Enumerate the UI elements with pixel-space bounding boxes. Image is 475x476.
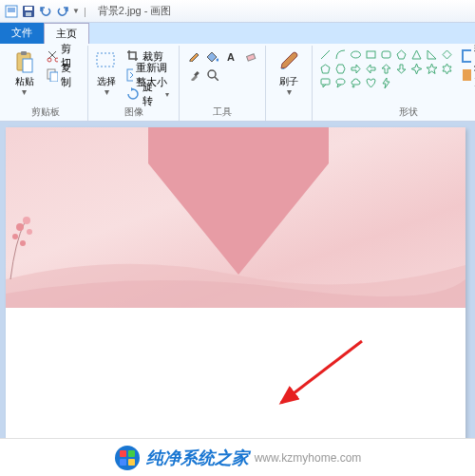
svg-rect-22 — [321, 79, 330, 85]
svg-rect-38 — [128, 450, 135, 457]
outline-button[interactable]: 轮廓▾ — [458, 48, 475, 65]
cut-icon — [47, 49, 58, 63]
shape-oval[interactable] — [349, 48, 363, 61]
svg-rect-20 — [367, 51, 375, 58]
canvas[interactable] — [6, 127, 466, 460]
shape-diamond[interactable] — [440, 48, 454, 61]
svg-point-24 — [352, 86, 354, 87]
shape-callout-cloud[interactable] — [349, 76, 363, 89]
svg-point-23 — [336, 79, 345, 85]
watermark-url: www.kzmyhome.com — [255, 451, 362, 465]
svg-rect-6 — [21, 51, 27, 55]
watermark-logo-icon — [114, 445, 141, 471]
quick-access-toolbar: ▼ — [4, 4, 80, 19]
svg-point-32 — [12, 234, 18, 239]
text-tool[interactable]: A — [223, 48, 240, 65]
shape-pentagon[interactable] — [318, 62, 332, 75]
pencil-tool[interactable] — [185, 48, 202, 65]
rotate-button[interactable]: 旋转▾ — [123, 86, 173, 103]
watermark: 纯净系统之家 www.kzmyhome.com — [0, 438, 475, 476]
select-button[interactable]: 选择▾ — [94, 48, 119, 101]
shape-callout-rect[interactable] — [318, 76, 332, 89]
svg-text:A: A — [227, 51, 235, 62]
svg-point-9 — [55, 58, 58, 62]
fill-icon — [462, 68, 471, 82]
svg-rect-11 — [50, 72, 58, 82]
qat-dropdown-icon[interactable]: ▼ — [72, 7, 80, 15]
flowers-decoration — [6, 203, 53, 279]
shape-rect[interactable] — [364, 48, 378, 61]
svg-rect-12 — [97, 53, 114, 67]
shape-star4[interactable] — [409, 62, 424, 75]
tab-home[interactable]: 主页 — [44, 23, 89, 44]
shape-heart[interactable] — [364, 76, 378, 89]
svg-rect-16 — [247, 54, 256, 61]
app-icon — [4, 4, 19, 19]
svg-point-34 — [20, 240, 26, 246]
svg-point-30 — [16, 223, 24, 231]
shape-hexagon[interactable] — [333, 62, 348, 75]
diamond-shape — [148, 127, 329, 279]
rotate-icon — [126, 87, 140, 101]
select-icon — [95, 51, 118, 74]
picker-tool[interactable] — [185, 67, 202, 84]
svg-rect-4 — [26, 12, 31, 16]
group-label-shapes: 形状 — [399, 104, 418, 121]
fill-tool[interactable] — [204, 48, 221, 65]
paste-button[interactable]: 粘贴▾ — [10, 48, 39, 101]
save-icon[interactable] — [21, 4, 36, 19]
svg-point-31 — [23, 217, 30, 224]
svg-point-36 — [115, 446, 140, 470]
shape-arrow-u[interactable] — [379, 62, 393, 75]
shape-curve[interactable] — [333, 48, 348, 61]
shape-triangle[interactable] — [409, 48, 424, 61]
canvas-area — [0, 122, 475, 471]
svg-rect-3 — [25, 7, 32, 10]
brush-icon — [277, 51, 300, 74]
svg-rect-40 — [128, 459, 135, 466]
title-bar: ▼ | 背景2.jpg - 画图 — [0, 0, 475, 23]
fill-button[interactable]: 填充▾ — [458, 67, 475, 84]
shape-star6[interactable] — [440, 62, 454, 75]
svg-rect-37 — [120, 450, 126, 457]
shapes-gallery[interactable] — [318, 48, 454, 89]
shape-star5[interactable] — [425, 62, 439, 75]
copy-icon — [47, 68, 58, 82]
shape-roundrect[interactable] — [379, 48, 393, 61]
outline-icon — [462, 49, 471, 63]
shape-line[interactable] — [318, 48, 332, 61]
shape-arrow-r[interactable] — [349, 62, 363, 75]
eraser-tool[interactable] — [242, 48, 259, 65]
shape-arrow-d[interactable] — [394, 62, 408, 75]
copy-button[interactable]: 复制 — [43, 67, 82, 84]
annotation-arrow — [272, 336, 367, 412]
shape-rtriangle[interactable] — [425, 48, 439, 61]
shape-lightning[interactable] — [379, 76, 393, 89]
window-title: 背景2.jpg - 画图 — [98, 4, 172, 18]
magnifier-tool[interactable] — [204, 67, 221, 84]
undo-icon[interactable] — [38, 4, 53, 19]
svg-line-35 — [281, 341, 362, 403]
resize-icon — [126, 68, 133, 82]
paste-icon — [13, 51, 36, 74]
group-clipboard: 粘贴▾ 剪切 复制 剪贴板 — [4, 46, 88, 121]
shape-polygon[interactable] — [394, 48, 408, 61]
redo-icon[interactable] — [55, 4, 70, 19]
svg-rect-17 — [194, 71, 200, 77]
svg-point-14 — [217, 59, 219, 62]
svg-point-33 — [27, 229, 32, 235]
svg-point-19 — [352, 51, 361, 58]
svg-rect-39 — [120, 459, 126, 466]
svg-rect-26 — [463, 69, 471, 81]
watermark-text: 纯净系统之家 — [146, 447, 249, 469]
shape-arrow-l[interactable] — [364, 62, 378, 75]
tab-file[interactable]: 文件 — [0, 23, 44, 44]
group-shapes: 轮廓▾ 填充▾ 形状 — [313, 46, 475, 121]
shape-callout-oval[interactable] — [333, 76, 348, 89]
svg-point-18 — [208, 70, 216, 78]
group-label-clipboard: 剪贴板 — [31, 104, 60, 121]
group-label-tools: 工具 — [213, 104, 232, 121]
brush-button[interactable]: 刷子▾ — [272, 48, 306, 101]
group-label-image: 图像 — [124, 104, 143, 121]
ribbon-tabs: 文件 主页 — [0, 23, 475, 44]
